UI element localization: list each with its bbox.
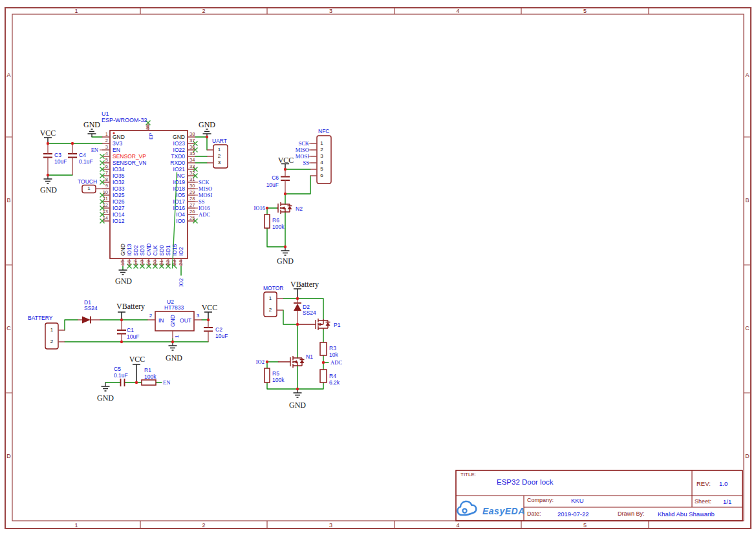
net-label: EN xyxy=(91,147,98,153)
pin-name: SD3 xyxy=(140,245,146,256)
pin-num: 19 xyxy=(146,260,151,266)
pin-name: IO32 xyxy=(113,180,124,185)
net-flag: GND xyxy=(97,394,114,402)
drawn-by-value[interactable]: Khalid Abu Shawarib xyxy=(658,511,715,518)
capacitor-c2[interactable] xyxy=(204,320,213,342)
pin-num: 34 xyxy=(189,158,195,163)
pin-name: GND xyxy=(173,134,185,140)
net-label: IO2 xyxy=(178,278,184,287)
pin-name: TXD0 xyxy=(171,154,185,160)
mosfet-p1[interactable] xyxy=(297,319,330,330)
cap-value: 0.1uF xyxy=(79,159,93,165)
easyeda-logo-text: EasyEDA xyxy=(482,506,525,516)
resistor-r3 xyxy=(320,342,327,355)
easyeda-logo-icon xyxy=(457,501,476,515)
pin-num: 3 xyxy=(105,145,108,150)
sheet-frame xyxy=(5,8,751,529)
capacitor-c3[interactable] xyxy=(43,143,52,175)
rev-value[interactable]: 1.0 xyxy=(719,481,728,487)
pin-name: IO2 xyxy=(178,247,184,256)
net-flag: VCC xyxy=(202,304,218,311)
connector-motor[interactable] xyxy=(264,292,283,317)
diode-d1[interactable] xyxy=(78,317,100,324)
frame-col-label: 3 xyxy=(329,523,332,529)
connector-battery[interactable] xyxy=(45,323,65,349)
res-ref: R1 xyxy=(144,368,151,373)
pin-num: 6 xyxy=(105,164,108,169)
pin-name: IO26 xyxy=(113,199,124,205)
pin-name: EN xyxy=(113,147,120,153)
pin-name: IO5 xyxy=(176,193,185,198)
cap-ref: C1 xyxy=(127,328,134,333)
capacitor-c6[interactable] xyxy=(281,169,290,194)
conn-pin: 3 xyxy=(320,154,323,159)
net-label: IO16 xyxy=(199,205,210,211)
pin-num: 12 xyxy=(103,203,108,208)
conn-pin: 1 xyxy=(269,296,272,301)
pin-num: 33 xyxy=(189,164,195,169)
pin-name: IO27 xyxy=(113,205,124,211)
diode-d2[interactable] xyxy=(294,299,301,324)
frame-row-label: B xyxy=(6,198,10,204)
net-flag: VCC xyxy=(40,129,56,137)
pin-num: 13 xyxy=(103,209,108,215)
capacitor-c1[interactable] xyxy=(117,320,126,342)
conn-pin: 5 xyxy=(320,167,323,172)
net-label: SCK xyxy=(199,180,210,185)
mosfet-n1[interactable] xyxy=(278,356,305,368)
pin-num: 18 xyxy=(140,260,145,266)
connector-touch[interactable] xyxy=(82,185,102,193)
pin-name: IO21 xyxy=(173,167,185,173)
cap-value: 10uF xyxy=(54,159,67,165)
pin-num: 31 xyxy=(189,177,195,182)
pin-num: 4 xyxy=(105,151,108,156)
capacitor-c4[interactable] xyxy=(68,143,77,175)
res-value: 100k xyxy=(272,377,284,383)
capacitor-c5[interactable] xyxy=(121,379,125,386)
net-label: MISO xyxy=(296,147,309,153)
net-label: ADC xyxy=(330,360,342,366)
pin-name: SD0 xyxy=(159,245,165,256)
title-label: TITLE: xyxy=(460,472,476,477)
company-value[interactable]: KKU xyxy=(571,498,584,504)
pin-num: 9 xyxy=(105,184,108,189)
pin-name: IO34 xyxy=(113,167,124,173)
pin-name: IO19 xyxy=(173,180,185,185)
schematic-sheet: U1ESP-WROOM-32GND3V3ENSENSOR_VPSENSOR_VN… xyxy=(0,0,756,535)
net-label: EN xyxy=(163,380,170,386)
sheet-value[interactable]: 1/1 xyxy=(723,499,731,505)
frame-col-label: 3 xyxy=(329,8,332,14)
net-flag: VCC xyxy=(278,156,294,164)
cap-value: 10uF xyxy=(215,333,228,339)
sheet-title[interactable]: ESP32 Door lock xyxy=(497,479,554,487)
pin-name: GND xyxy=(170,315,176,327)
conn-pin: 2 xyxy=(218,154,221,159)
pin-name: EP xyxy=(149,132,154,140)
rev-label: REV: xyxy=(697,481,711,487)
mosfet-n2[interactable] xyxy=(277,202,292,214)
frame-row-label: D xyxy=(745,454,750,459)
net-label: IO16 xyxy=(254,205,265,211)
pin-num: 15 xyxy=(120,260,125,266)
res-value: 10k xyxy=(329,352,338,358)
schematic-canvas[interactable] xyxy=(0,0,756,535)
pin-num: 26 xyxy=(189,209,195,215)
pin-name: IO18 xyxy=(173,186,185,192)
pin-num: 29 xyxy=(189,190,195,195)
conn-pin: 1 xyxy=(50,328,53,333)
net-label: MISO xyxy=(199,186,212,192)
pin-num: 2 xyxy=(149,313,152,319)
pin-name: SD1 xyxy=(166,245,171,256)
date-label: Date: xyxy=(527,511,541,517)
pin-name: IO12 xyxy=(113,218,124,224)
frame-row-label: C xyxy=(6,326,11,331)
frame-row-label: A xyxy=(6,72,10,78)
conn-title: TOUCH xyxy=(78,179,97,185)
res-ref: R4 xyxy=(329,373,336,379)
res-value: 100k xyxy=(144,374,156,380)
date-value[interactable]: 2019-07-22 xyxy=(557,511,589,518)
pin-name: IO17 xyxy=(173,199,185,205)
pin-num: 14 xyxy=(103,216,108,221)
net-label: MOSI xyxy=(199,193,212,198)
net-flag: GND xyxy=(289,401,306,409)
